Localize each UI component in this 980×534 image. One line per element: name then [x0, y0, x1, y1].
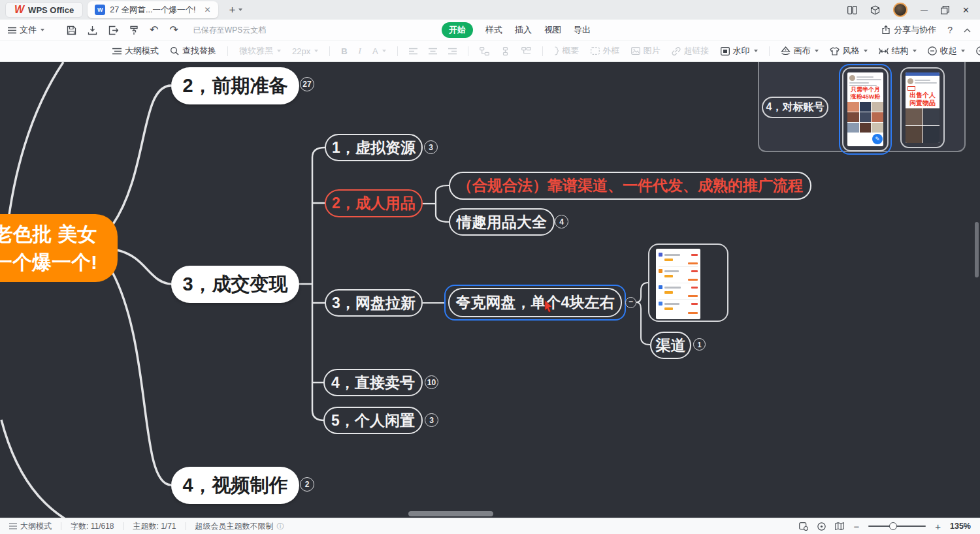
- undo-button[interactable]: ↶: [150, 25, 158, 35]
- collapse-button[interactable]: 收起: [928, 45, 965, 57]
- align-right-button: [448, 48, 457, 55]
- statusbar-outline-mode[interactable]: 大纲模式: [9, 521, 52, 532]
- collapse-count-badge[interactable]: 27: [300, 77, 314, 91]
- share-button[interactable]: 分享与协作: [881, 24, 936, 36]
- tab-list-caret-icon[interactable]: [238, 8, 242, 11]
- outline-mode-button[interactable]: 大纲模式: [112, 45, 159, 57]
- minimize-button[interactable]: —: [921, 6, 928, 14]
- zoom-out-button[interactable]: −: [853, 521, 859, 532]
- collapse-count-badge[interactable]: 2: [300, 477, 314, 492]
- root-line2: 一个爆一个!: [0, 248, 118, 276]
- restore-button[interactable]: [941, 6, 949, 14]
- insert-parent-icon: [521, 47, 531, 55]
- node-virtual-resources[interactable]: 1，虚拟资源: [325, 134, 423, 161]
- summary-label: 概要: [563, 45, 580, 57]
- tab-view[interactable]: 视图: [544, 24, 561, 36]
- document-tab[interactable]: W 27 全网首...一个爆一个! ✕: [88, 1, 218, 18]
- find-replace-button[interactable]: 查找替换: [170, 45, 216, 57]
- node-adult-products[interactable]: 2，成人用品: [325, 189, 423, 217]
- close-button[interactable]: ✕: [962, 5, 970, 15]
- fit-screen-icon[interactable]: [799, 522, 808, 531]
- wps-home-tab[interactable]: W WPS Office: [5, 2, 83, 18]
- download-button[interactable]: [88, 25, 97, 35]
- vertical-scrollbar[interactable]: [975, 222, 979, 277]
- tab-export[interactable]: 导出: [574, 24, 591, 36]
- node-phone-screenshot-1[interactable]: 只需半个月 涨粉45W粉 ✎: [842, 67, 889, 151]
- zoom-slider[interactable]: [868, 526, 926, 527]
- collapse-count-badge[interactable]: 3: [425, 413, 438, 427]
- file-menu[interactable]: 文件: [8, 24, 44, 36]
- collapse-ribbon-icon[interactable]: [964, 28, 971, 33]
- saved-status: 已保存至WPS云文档: [193, 25, 266, 36]
- find-replace-label: 查找替换: [182, 45, 216, 57]
- split-view-icon[interactable]: [847, 6, 857, 14]
- frame-button: 外框: [591, 45, 620, 57]
- canvas-button[interactable]: 画布: [781, 45, 819, 57]
- font-size-value: 22px: [292, 46, 310, 56]
- node-monetization[interactable]: 3，成交变现: [171, 266, 299, 303]
- user-avatar[interactable]: [893, 3, 907, 17]
- node-netdisk-referral[interactable]: 3，网盘拉新: [325, 289, 423, 317]
- watermark-button[interactable]: 水印: [721, 45, 758, 57]
- collapse-count-badge[interactable]: 3: [424, 140, 438, 154]
- minimap-icon[interactable]: [835, 522, 844, 530]
- collapse-count-badge[interactable]: 4: [555, 215, 568, 228]
- save-button[interactable]: [67, 25, 76, 35]
- insert-sibling-icon: [480, 47, 489, 55]
- italic-button: I: [359, 46, 361, 56]
- statusbar-divider: [186, 522, 186, 530]
- node-quark-netdisk[interactable]: 夸克网盘，单个4块左右: [448, 288, 622, 317]
- structure-label: 结构: [892, 45, 909, 57]
- collapse-toggle-icon[interactable]: −: [625, 297, 636, 308]
- new-tab-button[interactable]: ＋: [227, 3, 238, 17]
- font-family-caret-icon: [277, 50, 281, 52]
- phone1-photo-grid: [847, 102, 883, 133]
- node-label: 5，个人闲置: [331, 411, 415, 431]
- statusbar-mode-label: 大纲模式: [20, 521, 52, 532]
- zoom-in-button[interactable]: +: [935, 521, 941, 532]
- collapse-count-badge[interactable]: 1: [693, 338, 706, 351]
- cube-icon[interactable]: [870, 5, 880, 15]
- node-root[interactable]: 老色批 美女 一个爆一个!: [0, 214, 118, 282]
- node-offer-list-image[interactable]: [648, 243, 728, 322]
- help-button[interactable]: ?: [947, 25, 953, 35]
- node-phone-screenshot-2[interactable]: 出售个人 闲置物品: [900, 67, 945, 148]
- node-benchmark-accounts[interactable]: 4，对标账号: [762, 97, 828, 118]
- info-icon[interactable]: ⓘ: [277, 522, 284, 531]
- titlebar: W WPS Office W 27 全网首...一个爆一个! ✕ ＋ — ✕: [0, 0, 980, 20]
- node-personal-idle[interactable]: 5，个人闲置: [323, 407, 423, 434]
- node-video-production[interactable]: 4，视频制作: [171, 467, 299, 504]
- tab-insert[interactable]: 插入: [515, 24, 532, 36]
- tab-close-icon[interactable]: ✕: [204, 5, 210, 14]
- node-adult-toys-list[interactable]: 情趣用品大全: [449, 208, 555, 236]
- tab-style[interactable]: 样式: [485, 24, 502, 36]
- zoom-slider-knob[interactable]: [889, 522, 897, 530]
- node-channel[interactable]: 渠道: [650, 332, 691, 359]
- topic-count: 主题数: 1/71: [133, 521, 176, 532]
- expand-button[interactable]: 展开: [976, 45, 980, 57]
- node-label: 情趣用品大全: [457, 212, 547, 232]
- node-sell-accounts[interactable]: 4，直接卖号: [323, 369, 423, 396]
- structure-button[interactable]: 结构: [879, 45, 917, 57]
- center-target-icon[interactable]: [817, 522, 826, 531]
- profile-avatar: [849, 75, 855, 81]
- quick-access-bar: 文件 ↶ ↷ 已保存至WPS云文档 开始 样式 插入 视图 导出 分享与协作 ?: [0, 20, 980, 40]
- style-caret-icon: [864, 50, 868, 52]
- file-menu-label: 文件: [20, 24, 37, 36]
- mindmap-canvas[interactable]: 4，对标账号 只需半个月 涨粉45W粉 ✎: [0, 62, 980, 518]
- tab-home[interactable]: 开始: [442, 22, 473, 38]
- redo-button[interactable]: ↷: [169, 25, 178, 35]
- node-preparation[interactable]: 2，前期准备: [171, 67, 299, 104]
- shirt-icon: [830, 47, 840, 55]
- font-color-button: A: [372, 46, 386, 56]
- node-compliant-channels[interactable]: （合规合法）靠谱渠道、一件代发、成熟的推广流程: [449, 172, 811, 200]
- format-painter-button[interactable]: [129, 25, 139, 35]
- collapse-count-badge[interactable]: 10: [425, 375, 438, 389]
- vip-note: 超级会员主题数不限制 ⓘ: [195, 521, 284, 532]
- outline-mode-label: 大纲模式: [125, 45, 159, 57]
- style-button[interactable]: 风格: [830, 45, 868, 57]
- horizontal-scrollbar[interactable]: [408, 511, 493, 516]
- word-count: 字数: 11/618: [71, 521, 114, 532]
- export-button[interactable]: [108, 25, 118, 35]
- toolbar-divider: [769, 46, 770, 56]
